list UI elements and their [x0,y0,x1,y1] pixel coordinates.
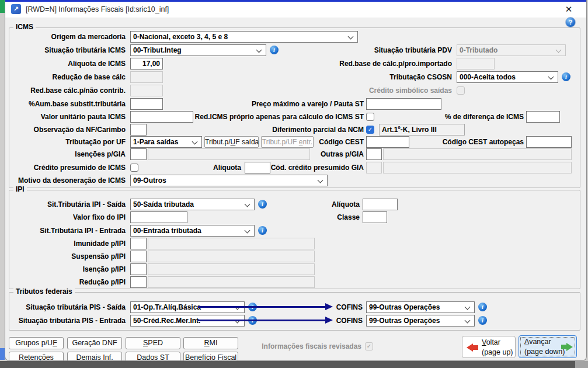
voltar-button[interactable]: Voltar (page up) [462,336,516,358]
classe-ipi-input[interactable] [363,211,387,223]
preco-maximo-input[interactable] [366,98,441,110]
suspensao-ipi-descricao [148,251,315,262]
observacao-nf-label: Observação da NF/Carimbo [6,124,126,136]
observacao-nf-input[interactable] [130,124,147,136]
chevron-down-icon [318,178,323,183]
cofins-entrada-value: 99-Outras Operações [369,317,440,325]
dados-st-button[interactable]: Dados ST [126,352,180,361]
taskbar-strip [0,361,588,368]
ipi-group-title: IPI [13,185,27,194]
imunidade-ipi-descricao [148,238,315,249]
red-base-importado-input [457,58,495,70]
aum-base-substituicao-label: %Aum.base substit.tributária [6,98,126,110]
codigo-cest-autopecas-label: Código CEST autopeças [385,136,524,148]
tributacao-csosn-select[interactable]: 000-Aceita todos [457,71,558,83]
cod-credito-presumido-label: Cód. crédito presumido GIA [151,162,364,173]
back-arrow-icon [467,343,479,352]
chevron-down-icon [348,34,354,40]
classe-ipi-label: Classe [268,211,360,223]
avancar-button-label: Avançar [524,337,565,347]
grupos-uf-button[interactable]: Grupos p/UF [9,337,64,349]
situacao-tributaria-icms-select[interactable]: 00-Tribut.Integ [130,44,266,56]
info-icon[interactable]: i [562,72,570,81]
cofins-entrada-select[interactable]: 99-Outras Operações [366,315,475,327]
sped-button[interactable]: SPED [126,337,180,349]
preco-maximo-label: Preço máximo a varejo / Pauta ST [151,98,364,110]
info-icon[interactable]: i [478,303,487,311]
diferimento-ncm-text: Art.1º-K, Livro III [379,124,465,136]
close-icon[interactable]: ✕ [556,2,582,17]
diferimento-ncm-label: Diferimento parcial da NCM [151,124,364,136]
valor-fixo-ipi-input[interactable] [130,211,187,223]
window-icon: ↗ [11,4,21,14]
imunidade-ipi-input[interactable] [130,238,147,249]
diferenca-icms-input[interactable] [526,111,560,123]
retencoes-button[interactable]: Retenções [9,352,64,361]
reducao-base-calc-input [130,71,163,83]
aliquota-ipi-label: Alíquota [268,199,360,210]
tributacao-csosn-value: 000-Aceita todos [460,73,516,81]
isencoes-gia-label: Isenções p/GIA [6,148,126,160]
cofins-saida-select[interactable]: 99-Outras Operações [366,301,475,313]
reducao-ipi-input[interactable] [130,276,147,288]
red-icms-proprio-checkbox[interactable] [366,113,374,121]
chevron-down-icon [245,228,250,234]
reducao-base-calc-label: Redução de base cálc [6,71,126,83]
beneficio-fiscal-button[interactable]: Benefício Fiscal [183,352,238,361]
info-icon[interactable]: i [478,316,487,325]
credito-presumido-checkbox[interactable] [130,164,138,172]
rmi-button[interactable]: RMI [183,337,238,349]
suspensao-ipi-input[interactable] [130,251,147,262]
codigo-cest-autopecas-input[interactable] [526,136,572,148]
demais-inf-button[interactable]: Demais Inf. [67,352,122,361]
sit-tributaria-ipi-entrada-label: Sit.Tributária IPI - Entrada [6,225,126,237]
sit-tributaria-ipi-saida-select[interactable]: 50-Saída tributada [130,199,255,210]
credito-simbolico-label: Crédito simbólico saídas [250,85,452,96]
situacao-tributaria-icms-label: Situação tributária ICMS [6,44,126,56]
forward-arrow-icon [561,343,573,351]
aliquota-icms-input[interactable]: 17,00 [130,58,163,70]
info-icon[interactable]: i [258,200,267,209]
red-base-importado-label: Red.base de cálc.p/pro.importado [250,58,452,70]
isencao-ipi-descricao [148,263,315,275]
avancar-button[interactable]: Avançar (page down) [519,335,577,358]
credito-presumido-label: Crédito presumido de ICMS [6,162,126,173]
motivo-desoneracao-select[interactable]: 09-Outros [130,175,328,186]
red-icms-proprio-label: Red.ICMS próprio apenas para cálculo do … [151,111,364,123]
diferimento-ncm-checkbox[interactable]: ✓ [366,126,374,134]
situacao-tributaria-pdv-value: 0-Tributado [460,46,497,54]
isencoes-gia-input[interactable] [130,148,147,160]
outras-gia-input[interactable] [366,148,382,160]
aliquota-icms-label: Alíquota de ICMS [6,58,126,70]
situacao-tributaria-pdv-label: Situação tributária PDV [250,44,452,56]
cod-credito-presumido-descricao [383,162,572,173]
info-icon[interactable]: i [258,226,267,235]
tributos-federais-group-title: Tributos federais [13,287,75,296]
informacoes-revisadas-label: Informações fiscais revisadas [239,341,361,352]
sit-tributaria-ipi-entrada-select[interactable]: 00-Entrada tributada [130,225,255,237]
situacao-tributaria-icms-value: 00-Tribut.Integ [133,46,182,54]
chevron-down-icon [556,47,562,53]
diferenca-icms-label: % de diferença de ICMS [385,111,524,123]
cod-credito-presumido-input [366,162,382,173]
reducao-ipi-label: Redução p/IPI [6,276,126,288]
situacao-tributaria-pdv-select: 0-Tributado [457,44,566,56]
isencao-ipi-label: Isenção p/IPI [6,263,126,275]
tributacao-csosn-label: Tributação CSOSN [250,71,452,83]
red-base-nao-contrib-input [130,85,163,96]
aliquota-ipi-input[interactable] [363,199,398,210]
chevron-down-icon [245,202,250,207]
avancar-button-sublabel: (page down) [524,347,565,357]
annotation-arrow [198,320,325,321]
help-icon[interactable]: ? [565,17,576,27]
isencao-ipi-input[interactable] [130,263,147,275]
informacoes-fiscais-dialog: ↗ [RWD=N] Informações Fiscais [Id:sric10… [5,0,587,361]
valor-fixo-ipi-label: Valor fixo do IPI [6,211,126,223]
pis-saida-label: Situação tributária PIS - Saída [6,301,126,313]
geracao-dnf-button[interactable]: Geração DNF [67,337,122,349]
sit-tributaria-ipi-saida-value: 50-Saída tributada [133,200,194,209]
motivo-desoneracao-value: 09-Outros [133,176,166,185]
outras-gia-label: Outras p/GIA [151,148,364,160]
sit-tributaria-ipi-saida-label: Sit.Tributária IPI - Saída [6,199,126,210]
origem-mercadoria-select[interactable]: 0-Nacional, exceto 3, 4, 5 e 8 [130,31,358,43]
